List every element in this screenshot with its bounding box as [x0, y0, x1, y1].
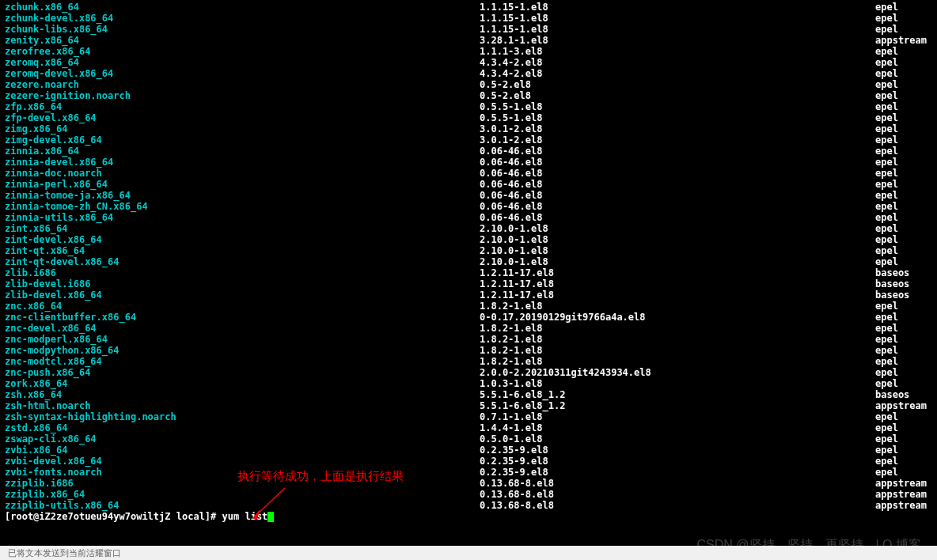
package-row: zint-qt-devel.x86_642.10.0-1.el8epel [5, 256, 932, 267]
package-name: zziplib.x86_64 [5, 489, 480, 500]
package-name: znc-push.x86_64 [5, 367, 480, 378]
package-name: znc-modtcl.x86_64 [5, 356, 480, 367]
shell-prompt-line[interactable]: [root@iZ2ze7otueu94yw7owiltjZ local]# yu… [5, 511, 932, 522]
package-name: zlib-devel.x86_64 [5, 289, 480, 301]
package-version: 1.1.15-1.el8 [480, 2, 875, 13]
package-name: zchunk-devel.x86_64 [5, 13, 480, 24]
package-version: 0.7.1-1.el8 [480, 411, 875, 422]
package-version: 0.5.5-1.el8 [480, 112, 875, 123]
package-repo: appstream [875, 35, 932, 46]
status-bar: 已将文本发送到当前活耀窗口 [0, 546, 937, 560]
package-row: zeromq-devel.x86_644.3.4-2.el8epel [5, 68, 932, 79]
package-repo: epel [875, 245, 932, 256]
package-repo: baseos [875, 389, 932, 400]
svg-marker-1 [253, 510, 260, 520]
package-version: 0.06-46.el8 [480, 157, 875, 168]
package-name: zziplib-utils.x86_64 [5, 500, 480, 511]
package-repo: epel [875, 356, 932, 367]
package-name: zimg-devel.x86_64 [5, 134, 480, 146]
package-repo: epel [875, 301, 932, 312]
package-name: zinnia-devel.x86_64 [5, 157, 480, 168]
package-repo: baseos [875, 278, 932, 289]
package-version: 3.0.1-2.el8 [480, 134, 875, 146]
package-row: zvbi-fonts.noarch0.2.35-9.el8epel [5, 467, 932, 478]
package-version: 1.8.2-1.el8 [480, 301, 875, 312]
package-name: zvbi.x86_64 [5, 445, 480, 456]
terminal-output[interactable]: zchunk.x86_641.1.15-1.el8epelzchunk-deve… [0, 0, 937, 524]
package-row: zziplib-utils.x86_640.13.68-8.el8appstre… [5, 500, 932, 511]
package-repo: baseos [875, 289, 932, 301]
package-name: zimg.x86_64 [5, 123, 480, 134]
package-name: zsh-syntax-highlighting.noarch [5, 411, 480, 422]
package-row: zezere.noarch0.5-2.el8epel [5, 79, 932, 90]
package-version: 1.2.11-17.el8 [480, 289, 875, 301]
package-row: zswap-cli.x86_640.5.0-1.el8epel [5, 433, 932, 445]
package-repo: epel [875, 256, 932, 267]
package-row: zvbi.x86_640.2.35-9.el8epel [5, 445, 932, 456]
package-repo: appstream [875, 400, 932, 411]
package-row: znc.x86_641.8.2-1.el8epel [5, 301, 932, 312]
package-version: 0.06-46.el8 [480, 212, 875, 223]
package-row: znc-push.x86_642.0.0-2.20210311git424393… [5, 367, 932, 378]
package-version: 2.10.0-1.el8 [480, 256, 875, 267]
package-row: zziplib.x86_640.13.68-8.el8appstream [5, 489, 932, 500]
package-version: 5.5.1-6.el8_1.2 [480, 389, 875, 400]
package-version: 0.5-2.el8 [480, 90, 875, 101]
package-version: 0.06-46.el8 [480, 179, 875, 190]
package-row: zinnia-devel.x86_640.06-46.el8epel [5, 157, 932, 168]
package-row: zziplib.i6860.13.68-8.el8appstream [5, 478, 932, 489]
package-name: zeromq-devel.x86_64 [5, 68, 480, 79]
package-repo: epel [875, 123, 932, 134]
package-name: zint-qt-devel.x86_64 [5, 256, 480, 267]
package-repo: epel [875, 367, 932, 378]
package-row: zinnia.x86_640.06-46.el8epel [5, 146, 932, 157]
package-row: zsh-html.noarch5.5.1-6.el8_1.2appstream [5, 400, 932, 411]
package-name: zlib.i686 [5, 267, 480, 278]
package-repo: epel [875, 422, 932, 433]
package-repo: epel [875, 411, 932, 422]
package-version: 0.06-46.el8 [480, 146, 875, 157]
package-name: zstd.x86_64 [5, 422, 480, 433]
package-row: znc-modpython.x86_641.8.2-1.el8epel [5, 345, 932, 356]
package-name: zint-qt.x86_64 [5, 245, 480, 256]
package-version: 5.5.1-6.el8_1.2 [480, 400, 875, 411]
package-name: zeromq.x86_64 [5, 57, 480, 68]
package-row: zlib-devel.x86_641.2.11-17.el8baseos [5, 289, 932, 301]
package-row: zerofree.x86_641.1.1-3.el8epel [5, 46, 932, 57]
package-repo: epel [875, 201, 932, 212]
package-repo: epel [875, 190, 932, 201]
package-repo: epel [875, 168, 932, 179]
package-row: zvbi-devel.x86_640.2.35-9.el8epel [5, 456, 932, 467]
package-name: znc-modperl.x86_64 [5, 334, 480, 345]
package-version: 2.10.0-1.el8 [480, 245, 875, 256]
package-version: 0.13.68-8.el8 [480, 500, 875, 511]
package-name: zchunk.x86_64 [5, 2, 480, 13]
package-name: zchunk-libs.x86_64 [5, 24, 480, 35]
package-name: zsh-html.noarch [5, 400, 480, 411]
package-name: zswap-cli.x86_64 [5, 433, 480, 445]
package-version: 0.06-46.el8 [480, 168, 875, 179]
package-repo: appstream [875, 489, 932, 500]
package-name: zerofree.x86_64 [5, 46, 480, 57]
package-row: zstd.x86_641.4.4-1.el8epel [5, 422, 932, 433]
package-version: 0.13.68-8.el8 [480, 489, 875, 500]
package-row: zimg.x86_643.0.1-2.el8epel [5, 123, 932, 134]
package-version: 1.8.2-1.el8 [480, 356, 875, 367]
package-version: 1.8.2-1.el8 [480, 323, 875, 334]
package-version: 0.2.35-9.el8 [480, 456, 875, 467]
package-repo: epel [875, 223, 932, 234]
package-version: 0.2.35-9.el8 [480, 445, 875, 456]
package-repo: epel [875, 157, 932, 168]
package-row: zlib.i6861.2.11-17.el8baseos [5, 267, 932, 278]
package-name: zsh.x86_64 [5, 389, 480, 400]
package-row: znc-modtcl.x86_641.8.2-1.el8epel [5, 356, 932, 367]
package-repo: epel [875, 312, 932, 323]
package-version: 2.0.0-2.20210311git4243934.el8 [480, 367, 875, 378]
package-row: zezere-ignition.noarch0.5-2.el8epel [5, 90, 932, 101]
package-row: zinnia-tomoe-ja.x86_640.06-46.el8epel [5, 190, 932, 201]
package-version: 1.8.2-1.el8 [480, 345, 875, 356]
package-repo: epel [875, 323, 932, 334]
package-version: 1.1.15-1.el8 [480, 13, 875, 24]
package-name: zezere.noarch [5, 79, 480, 90]
package-row: zeromq.x86_644.3.4-2.el8epel [5, 57, 932, 68]
